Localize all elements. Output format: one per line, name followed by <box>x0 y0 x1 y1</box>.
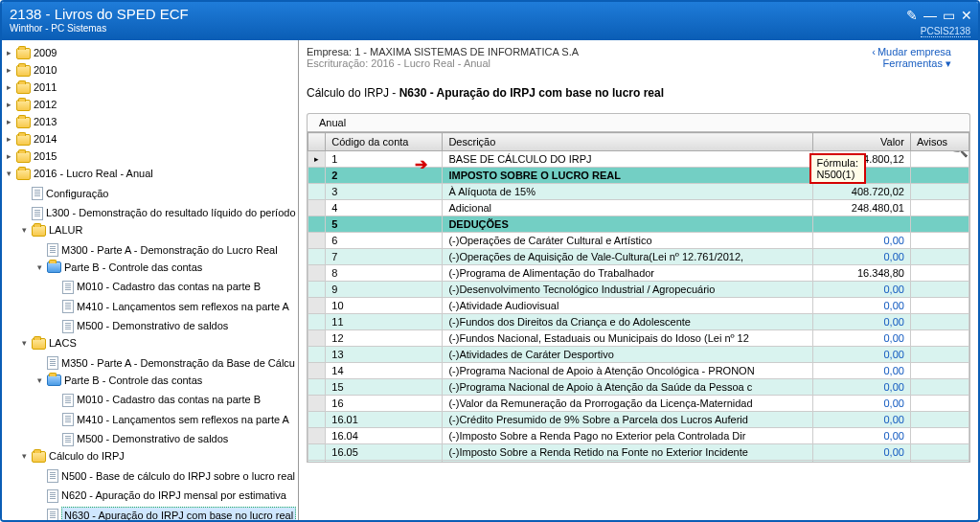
close-icon[interactable]: ✕ <box>961 8 972 23</box>
tree-pane[interactable]: ▸2009▸2010▸2011▸2012▸2013▸2014▸2015▾2016… <box>2 40 299 520</box>
cell-valor[interactable]: 0,00 <box>813 233 911 249</box>
cell-codigo[interactable]: 4 <box>326 200 443 216</box>
cell-avisos[interactable] <box>910 347 969 363</box>
tree-item[interactable]: ▾2016 - Lucro Real - Anual <box>4 166 153 182</box>
tree-item[interactable]: M350 - Parte A - Demonstração da Base de… <box>34 355 295 372</box>
cell-avisos[interactable] <box>910 249 969 265</box>
tree-item[interactable]: M010 - Cadastro das contas na parte B <box>50 279 261 295</box>
cell-avisos[interactable] <box>910 363 969 379</box>
grid[interactable]: ➔ Fórmula:N500(1) Código da conta Descri… <box>307 131 970 463</box>
cell-desc[interactable]: (-)Operações de Aquisição de Vale-Cultur… <box>443 249 813 265</box>
cell-valor[interactable]: 0,00 <box>813 282 911 298</box>
tree-item[interactable]: M300 - Parte A - Demonstração do Lucro R… <box>34 242 278 259</box>
col-valor[interactable]: Valor <box>813 133 911 151</box>
cell-codigo[interactable]: 16.04 <box>326 428 443 444</box>
tree-item[interactable]: M500 - Demonstrativo de saldos <box>50 431 228 447</box>
tree-item[interactable]: ▾Parte B - Controle das contas <box>34 260 202 276</box>
tree-item[interactable]: N500 - Base de cálculo do IRPJ sobre o l… <box>34 468 295 485</box>
cell-avisos[interactable] <box>910 396 969 412</box>
cell-desc[interactable]: (-)Programa Nacional de Apoio à Atenção … <box>443 363 813 379</box>
cell-valor[interactable]: 0,00 <box>813 314 911 330</box>
edit-icon[interactable]: ✎ <box>906 8 918 23</box>
cell-valor[interactable]: 0,00 <box>813 298 911 314</box>
tree-item[interactable]: ▸2014 <box>4 131 57 148</box>
cell-desc[interactable]: (-)Valor da Remuneração da Prorrogação d… <box>443 396 813 412</box>
cell-avisos[interactable] <box>910 461 969 464</box>
cell-avisos[interactable] <box>910 428 969 444</box>
cell-valor[interactable]: 248.480,01 <box>813 200 911 216</box>
tree-item[interactable]: N620 - Apuração do IRPJ mensal por estim… <box>34 488 286 504</box>
cell-valor[interactable]: 0,00 <box>813 379 911 396</box>
cell-codigo[interactable]: 13 <box>326 347 443 363</box>
cell-codigo[interactable]: 11 <box>326 314 443 330</box>
col-codigo[interactable]: Código da conta <box>326 133 443 151</box>
cell-desc[interactable]: (-)Atividade Audiovisual <box>443 298 813 314</box>
cell-desc[interactable]: DEDUÇÕES <box>443 216 813 233</box>
tree-item[interactable]: ▾Parte B - Controle das contas <box>34 373 202 389</box>
cell-desc[interactable]: (-)Desenvolvimento Tecnológico Industria… <box>443 282 813 298</box>
tree-item[interactable]: ▾LALUR <box>19 222 82 238</box>
cell-codigo[interactable]: 16.01 <box>326 412 443 428</box>
tree-item[interactable]: M410 - Lançamentos sem reflexos na parte… <box>50 299 289 315</box>
col-desc[interactable]: Descrição <box>443 133 813 151</box>
tree-item[interactable]: ▸2012 <box>4 97 57 113</box>
col-avisos[interactable]: Avisos <box>910 133 969 151</box>
cell-codigo[interactable]: 10 <box>326 298 443 314</box>
pcsis-link[interactable]: PCSIS2138 <box>921 26 970 37</box>
tree-item[interactable]: ▸2015 <box>4 148 57 165</box>
cell-valor[interactable] <box>813 216 911 233</box>
cell-desc[interactable]: (-)Programa Nacional de Apoio à Atenção … <box>443 379 813 396</box>
tree-item[interactable]: N630 - Apuração do IRPJ com base no lucr… <box>34 507 296 521</box>
cell-avisos[interactable] <box>910 265 969 282</box>
cell-avisos[interactable] <box>910 379 969 396</box>
cell-desc[interactable]: IMPOSTO SOBRE O LUCRO REAL <box>443 168 813 184</box>
tree-item[interactable]: ▸2009 <box>4 45 57 61</box>
tree-item[interactable]: Configuração <box>19 186 108 202</box>
cell-codigo[interactable]: 8 <box>326 265 443 282</box>
cell-valor[interactable]: 0,00 <box>813 249 911 265</box>
cell-desc[interactable]: (-)Operações de Caráter Cultural e Artís… <box>443 233 813 249</box>
cell-valor[interactable]: 0,00 <box>813 396 911 412</box>
cell-codigo[interactable]: 5 <box>326 216 443 233</box>
cell-desc[interactable]: (-)Imposto Sobre a Renda Pago no Exterio… <box>443 428 813 444</box>
cell-avisos[interactable] <box>910 200 969 216</box>
cell-avisos[interactable] <box>910 233 969 249</box>
cell-desc[interactable]: (-)Fundos dos Direitos da Criança e do A… <box>443 314 813 330</box>
cell-codigo[interactable]: 9 <box>326 282 443 298</box>
cell-desc[interactable]: (-)Crédito Presumido de 9% Sobre a Parce… <box>443 412 813 428</box>
tree-item[interactable]: L300 - Demonstração do resultado líquido… <box>19 205 296 221</box>
cell-desc[interactable]: (-)Atividades de Caráter Desportivo <box>443 347 813 363</box>
cell-desc[interactable]: (-)Isenção e Redução do Imposto <box>443 461 813 464</box>
cell-avisos[interactable] <box>910 444 969 461</box>
tree-item[interactable]: M500 - Demonstrativo de saldos <box>50 318 228 334</box>
tree-item[interactable]: ▸2013 <box>4 114 57 130</box>
cell-codigo[interactable]: 16 <box>326 396 443 412</box>
tools-menu[interactable]: Ferramentas ▾ <box>883 57 951 69</box>
cell-valor[interactable]: 0,00 <box>813 363 911 379</box>
cell-valor[interactable]: 0,00 <box>813 412 911 428</box>
cell-valor[interactable]: 0,00 <box>813 444 911 461</box>
cell-valor[interactable]: 0,00 <box>813 461 911 464</box>
cell-avisos[interactable] <box>910 330 969 347</box>
cell-avisos[interactable] <box>910 282 969 298</box>
minimize-icon[interactable]: — <box>923 8 937 23</box>
cell-desc[interactable]: Adicional <box>443 200 813 216</box>
cell-valor[interactable]: 0,00 <box>813 330 911 347</box>
cell-avisos[interactable] <box>910 184 969 200</box>
cell-codigo[interactable]: 14 <box>326 363 443 379</box>
cell-valor[interactable]: 408.720,02 <box>813 184 911 200</box>
change-company-link[interactable]: ‹Mudar empresa <box>872 46 951 57</box>
cell-codigo[interactable]: 3 <box>326 184 443 200</box>
cell-avisos[interactable] <box>910 314 969 330</box>
cell-avisos[interactable] <box>910 168 969 184</box>
cell-desc[interactable]: À Alíquota de 15% <box>443 184 813 200</box>
tree-item[interactable]: M010 - Cadastro das contas na parte B <box>50 392 261 408</box>
cell-codigo[interactable]: 12 <box>326 330 443 347</box>
cell-valor[interactable]: 0,00 <box>813 347 911 363</box>
tree-item[interactable]: ▸2011 <box>4 79 57 96</box>
maximize-icon[interactable]: ▭ <box>943 8 955 23</box>
cell-avisos[interactable] <box>910 216 969 233</box>
cell-codigo[interactable]: 16.05 <box>326 444 443 461</box>
cell-avisos[interactable] <box>910 412 969 428</box>
tab-anual[interactable]: Anual <box>307 113 970 131</box>
